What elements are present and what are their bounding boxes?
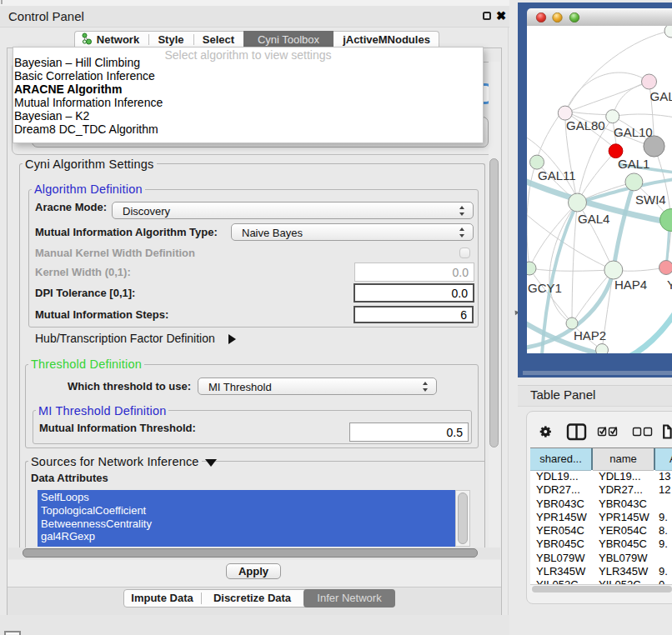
svg-text:GAL4: GAL4 (578, 212, 609, 226)
svg-text:SWI4: SWI4 (635, 192, 666, 207)
svg-text:GAL10: GAL10 (614, 125, 653, 139)
svg-text:GAL7: GAL7 (650, 89, 672, 103)
svg-text:GAL1: GAL1 (618, 157, 649, 171)
svg-text:GAL80: GAL80 (566, 118, 605, 132)
svg-text:YE: YE (667, 278, 672, 292)
svg-text:HAP4: HAP4 (614, 278, 647, 292)
svg-text:HAP2: HAP2 (574, 328, 606, 342)
svg-text:GCY1: GCY1 (528, 281, 562, 295)
svg-text:GAL11: GAL11 (538, 168, 576, 182)
